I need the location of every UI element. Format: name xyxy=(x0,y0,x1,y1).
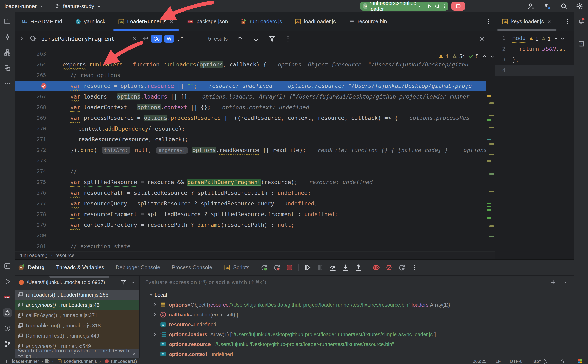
right-gutter[interactable]: 2 xyxy=(496,44,508,54)
stripe-mark[interactable] xyxy=(489,143,494,145)
code-line-272[interactable]: 272}).bind( thisArg: null, argArray: opt… xyxy=(15,145,486,156)
clear-search-icon[interactable] xyxy=(132,36,138,42)
gutter-line-263[interactable]: 263 xyxy=(15,49,59,59)
gutter-line-270[interactable]: 270 xyxy=(15,124,59,134)
next-match-icon[interactable] xyxy=(252,35,260,43)
stripe-mark[interactable] xyxy=(487,160,491,162)
pause-icon[interactable] xyxy=(316,264,324,272)
code-area[interactable]: 263264exports.runLoaders = function runL… xyxy=(15,47,486,252)
tab-runloaders-js[interactable]: JSrunLoaders.js xyxy=(234,12,288,31)
code-line-264[interactable]: 264exports.runLoaders = function runLoad… xyxy=(15,59,486,70)
gutter-line-278[interactable]: 278 xyxy=(15,209,59,220)
tab-loaderrunner-js[interactable]: JSLoaderRunner.js xyxy=(112,12,181,31)
inspections-widget[interactable]: 1 54 5 xyxy=(435,52,498,61)
stripe-mark[interactable] xyxy=(489,102,494,104)
more-icon[interactable] xyxy=(3,79,12,88)
breadcrumb[interactable]: resource xyxy=(55,253,74,258)
code-line-275[interactable]: 275var splittedResource = resource && pa… xyxy=(15,177,486,188)
code-line-278[interactable]: 278var resourceFragment = splittedResour… xyxy=(15,209,486,220)
structure-icon[interactable] xyxy=(3,48,12,57)
rerun-debug-button[interactable] xyxy=(434,3,439,10)
tab-resource-bin[interactable]: resource.bin xyxy=(342,12,393,31)
stripe-mark[interactable] xyxy=(487,119,491,121)
git-icon[interactable] xyxy=(3,340,12,348)
add-watch-icon[interactable] xyxy=(550,279,557,286)
gutter-line-265[interactable]: 265 xyxy=(15,70,59,81)
debug-tab-scripts[interactable]: JSScripts xyxy=(218,264,255,271)
rerun-debug-icon[interactable] xyxy=(260,264,268,272)
right-code-line-2[interactable]: 2 return JSON.st xyxy=(496,44,574,54)
status-crumb[interactable]: loader-runner xyxy=(12,359,39,364)
inspections-widget[interactable]: 1 1 xyxy=(526,34,574,43)
stripe-mark[interactable] xyxy=(487,95,491,97)
add-user-icon[interactable] xyxy=(527,2,535,10)
variable-options-context[interactable]: 01options.context = undefined xyxy=(140,349,574,358)
close-icon[interactable] xyxy=(132,351,136,357)
search-icon[interactable] xyxy=(29,35,37,43)
gutter-line-268[interactable]: 268 xyxy=(15,102,59,113)
gutter-line-281[interactable]: 281 xyxy=(15,241,59,252)
stripe-mark[interactable] xyxy=(489,127,494,128)
status-crumb[interactable]: runLoaders() xyxy=(111,359,137,364)
code-line-273[interactable]: 273 xyxy=(15,156,486,166)
gutter-line-274[interactable]: 274 xyxy=(15,166,59,177)
debug-tab-threads-variables[interactable]: Threads & Variables xyxy=(50,264,110,271)
filter-frames-icon[interactable] xyxy=(120,279,127,286)
gutter-line-269[interactable]: 269 xyxy=(15,113,59,124)
runtri-icon[interactable] xyxy=(3,277,12,286)
run-more-icon[interactable] xyxy=(442,3,447,10)
prev-issue-icon[interactable] xyxy=(553,36,558,42)
tab-yarn-lock[interactable]: yarn.lock xyxy=(68,12,112,31)
expand-chevron-icon[interactable] xyxy=(151,301,158,308)
gutter-line-266[interactable] xyxy=(15,81,59,91)
breakpoint-icon[interactable] xyxy=(40,83,47,90)
search-more-icon[interactable] xyxy=(284,35,292,43)
line-ending[interactable]: LF xyxy=(496,359,501,364)
evaluate-expression-bar[interactable]: Evaluate expression (⏎) or add a watch (… xyxy=(140,276,574,289)
problems-icon[interactable] xyxy=(3,324,12,333)
file-encoding[interactable]: UTF-8 xyxy=(510,359,523,364)
gutter-line-272[interactable]: 272 xyxy=(15,145,59,156)
debug-tab-debugger-console[interactable]: Debugger Console xyxy=(110,264,166,271)
code-line-271[interactable]: 271readResource(resource, callback); xyxy=(15,134,486,145)
gutter-line-264[interactable]: 264 xyxy=(15,59,59,70)
run-cursor-icon[interactable] xyxy=(398,264,406,272)
code-line-263[interactable]: 263 xyxy=(15,49,486,59)
chevron-down-icon[interactable] xyxy=(562,279,569,286)
terminal-icon[interactable] xyxy=(3,262,12,270)
stripe-mark[interactable] xyxy=(489,115,494,116)
right-gutter[interactable]: 4 xyxy=(496,65,508,76)
code-line-269[interactable]: 269var processResource = options.process… xyxy=(15,113,486,124)
widget-more-icon[interactable] xyxy=(567,36,572,42)
breadcrumb[interactable]: runLoaders() xyxy=(19,253,47,258)
gutter-line-273[interactable]: 273 xyxy=(15,156,59,166)
code-line-281[interactable]: 281// execution state xyxy=(15,241,486,252)
code-line-276[interactable]: 276var resourcePath = splittedResource ?… xyxy=(15,188,486,198)
lock-icon[interactable] xyxy=(560,359,565,364)
tab-loadloader-js[interactable]: JSloadLoader.js xyxy=(288,12,342,31)
expand-chevron-icon[interactable] xyxy=(151,331,158,338)
next-issue-icon[interactable] xyxy=(560,36,565,42)
step-over-icon[interactable] xyxy=(329,264,337,272)
code-line-268[interactable]: 268var loaderContext = options.context |… xyxy=(15,102,486,113)
tab-readme-md[interactable]: MREADME.md xyxy=(15,12,68,31)
gutter-line-280[interactable]: 280 xyxy=(15,230,59,241)
frame-runnable-run-runnable-js-318[interactable]: Runnable.run(), runnable.js:318 xyxy=(15,320,139,331)
collapse-search-icon[interactable] xyxy=(18,35,25,42)
bug-icon[interactable] xyxy=(3,308,12,317)
status-crumb[interactable]: lib xyxy=(45,359,50,364)
right-code-line-3[interactable]: 3}; xyxy=(496,54,574,65)
stripe-mark[interactable] xyxy=(489,191,494,193)
stripe-mark[interactable] xyxy=(487,217,491,219)
search-input[interactable]: parsePathQueryFragment xyxy=(41,36,119,42)
code-line-277[interactable]: 277var resourceQuery = splittedResource … xyxy=(15,198,486,209)
scrollbar-thumb[interactable] xyxy=(49,276,109,278)
resume-icon[interactable] xyxy=(304,264,311,272)
rerun-failed-icon[interactable]: ! xyxy=(273,264,281,272)
newline-icon[interactable] xyxy=(142,35,149,43)
mute-bp-icon[interactable] xyxy=(385,264,393,272)
close-icon[interactable] xyxy=(169,19,174,25)
chevron-down-icon[interactable] xyxy=(130,279,136,286)
folder-icon[interactable] xyxy=(3,17,12,26)
frame-runloaders-loaderrunner-js-266[interactable]: runLoaders(), LoaderRunner.js:266 xyxy=(15,290,139,300)
